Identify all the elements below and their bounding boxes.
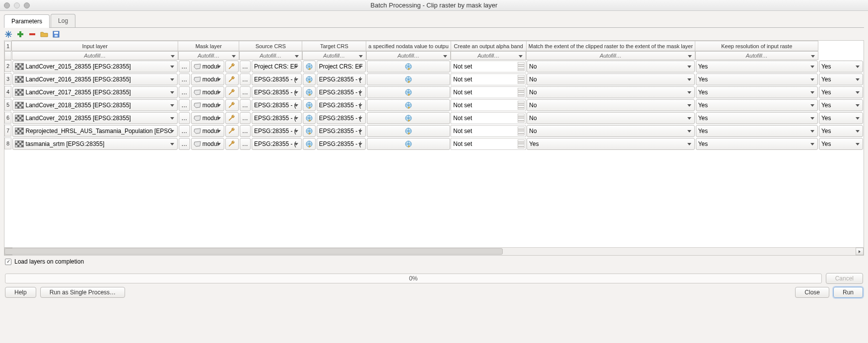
nodata-input[interactable]: Not set xyxy=(451,138,526,150)
source-crs-picker[interactable] xyxy=(303,99,316,111)
target-crs-picker[interactable] xyxy=(367,112,450,124)
keep-resolution-selector[interactable]: Yes xyxy=(819,73,863,85)
advanced-icon[interactable] xyxy=(4,30,13,39)
target-crs-selector[interactable]: Project CRS: EF xyxy=(317,61,366,72)
alpha-selector[interactable]: No xyxy=(527,73,694,85)
target-crs-selector[interactable]: EPSG:28355 - ( xyxy=(317,112,366,124)
mask-browse-button[interactable]: … xyxy=(240,73,251,85)
target-crs-selector[interactable]: EPSG:28355 - ( xyxy=(317,73,366,85)
input-layer-browse[interactable]: … xyxy=(179,99,190,111)
mask-iterate-button[interactable] xyxy=(225,73,239,85)
nodata-spinner[interactable] xyxy=(518,101,525,110)
autofill-source-crs[interactable]: Autofill… xyxy=(239,51,302,60)
nodata-spinner[interactable] xyxy=(518,75,525,84)
source-crs-picker[interactable] xyxy=(303,61,316,72)
nodata-input[interactable]: Not set xyxy=(451,112,526,124)
autofill-input[interactable]: Autofill… xyxy=(12,51,178,60)
target-crs-selector[interactable]: EPSG:28355 - ( xyxy=(317,99,366,111)
mask-layer-selector[interactable]: modul xyxy=(191,99,224,111)
nodata-input[interactable]: Not set xyxy=(451,99,526,111)
target-crs-selector[interactable]: EPSG:28355 - ( xyxy=(317,125,366,137)
input-layer-browse[interactable]: … xyxy=(179,125,190,137)
mask-browse-button[interactable]: … xyxy=(240,86,251,98)
target-crs-picker[interactable] xyxy=(367,86,450,98)
nodata-spinner[interactable] xyxy=(518,127,525,136)
input-layer-browse[interactable]: … xyxy=(179,112,190,124)
target-crs-selector[interactable]: EPSG:28355 - ( xyxy=(317,138,366,150)
match-extent-selector[interactable]: Yes xyxy=(696,99,818,111)
horizontal-scrollbar[interactable] xyxy=(4,247,864,255)
keep-resolution-selector[interactable]: Yes xyxy=(819,61,863,72)
open-icon[interactable] xyxy=(40,30,49,39)
save-icon[interactable] xyxy=(52,30,61,39)
mask-layer-selector[interactable]: modul xyxy=(191,86,224,98)
mask-layer-selector[interactable]: modul xyxy=(191,61,224,72)
input-layer-selector[interactable]: LandCover_2015_28355 [EPSG:28355] xyxy=(12,61,178,72)
col-target-crs[interactable]: Target CRS xyxy=(302,41,366,51)
nodata-spinner[interactable] xyxy=(518,114,525,123)
source-crs-selector[interactable]: EPSG:28355 - ( xyxy=(252,125,302,137)
alpha-selector[interactable]: No xyxy=(527,86,694,98)
alpha-selector[interactable]: No xyxy=(527,112,694,124)
nodata-input[interactable]: Not set xyxy=(451,86,526,98)
match-extent-selector[interactable]: Yes xyxy=(696,125,818,137)
col-match-extent[interactable]: Match the extent of the clipped raster t… xyxy=(526,41,695,51)
tab-parameters[interactable]: Parameters xyxy=(4,14,50,28)
mask-iterate-button[interactable] xyxy=(225,112,239,124)
mask-browse-button[interactable]: … xyxy=(240,99,251,111)
run-single-button[interactable]: Run as Single Process… xyxy=(40,287,125,298)
help-button[interactable]: Help xyxy=(5,287,36,298)
scroll-thumb[interactable] xyxy=(4,248,503,255)
keep-resolution-selector[interactable]: Yes xyxy=(819,125,863,137)
input-layer-selector[interactable]: LandCover_2016_28355 [EPSG:28355] xyxy=(12,73,178,85)
close-button[interactable]: Close xyxy=(795,287,829,298)
mask-layer-selector[interactable]: modul xyxy=(191,138,224,150)
input-layer-selector[interactable]: tasmania_srtm [EPSG:28355] xyxy=(12,138,178,150)
source-crs-selector[interactable]: EPSG:28355 - ( xyxy=(252,112,302,124)
match-extent-selector[interactable]: Yes xyxy=(696,61,818,72)
autofill-nodata[interactable]: Autofill… xyxy=(366,51,451,60)
mask-browse-button[interactable]: … xyxy=(240,125,251,137)
source-crs-picker[interactable] xyxy=(303,125,316,137)
mask-browse-button[interactable]: … xyxy=(240,138,251,150)
input-layer-selector[interactable]: LandCover_2018_28355 [EPSG:28355] xyxy=(12,99,178,111)
autofill-mask[interactable]: Autofill… xyxy=(178,51,239,60)
scroll-right-icon[interactable] xyxy=(856,248,864,255)
target-crs-picker[interactable] xyxy=(367,73,450,85)
mask-iterate-button[interactable] xyxy=(225,61,239,72)
nodata-spinner[interactable] xyxy=(518,62,525,71)
keep-resolution-selector[interactable]: Yes xyxy=(819,112,863,124)
input-layer-browse[interactable]: … xyxy=(179,73,190,85)
autofill-alpha[interactable]: Autofill… xyxy=(451,51,526,60)
tab-log[interactable]: Log xyxy=(51,14,75,27)
col-source-crs[interactable]: Source CRS xyxy=(239,41,302,51)
input-layer-selector[interactable]: LandCover_2019_28355 [EPSG:28355] xyxy=(12,112,178,124)
col-keep-resolution[interactable]: Keep resolution of input raste xyxy=(695,41,818,51)
nodata-spinner[interactable] xyxy=(518,139,525,148)
alpha-selector[interactable]: Yes xyxy=(527,138,694,150)
source-crs-selector[interactable]: EPSG:28355 - ( xyxy=(252,99,302,111)
keep-resolution-selector[interactable]: Yes xyxy=(819,138,863,150)
autofill-target-crs[interactable]: Autofill… xyxy=(302,51,366,60)
col-mask-layer[interactable]: Mask layer xyxy=(178,41,239,51)
mask-iterate-button[interactable] xyxy=(225,99,239,111)
mask-layer-selector[interactable]: modul xyxy=(191,125,224,137)
source-crs-picker[interactable] xyxy=(303,73,316,85)
nodata-input[interactable]: Not set xyxy=(451,61,526,72)
source-crs-selector[interactable]: EPSG:28355 - ( xyxy=(252,73,302,85)
target-crs-picker[interactable] xyxy=(367,138,450,150)
input-layer-browse[interactable]: … xyxy=(179,86,190,98)
mask-layer-selector[interactable]: modul xyxy=(191,112,224,124)
nodata-input[interactable]: Not set xyxy=(451,73,526,85)
source-crs-selector[interactable]: EPSG:28355 - ( xyxy=(252,138,302,150)
col-nodata[interactable]: a specified nodata value to outpu xyxy=(366,41,451,51)
target-crs-picker[interactable] xyxy=(367,99,450,111)
input-layer-selector[interactable]: LandCover_2017_28355 [EPSG:28355] xyxy=(12,86,178,98)
mask-browse-button[interactable]: … xyxy=(240,61,251,72)
keep-resolution-selector[interactable]: Yes xyxy=(819,86,863,98)
source-crs-selector[interactable]: EPSG:28355 - ( xyxy=(252,86,302,98)
col-input-layer[interactable]: Input layer xyxy=(12,41,178,51)
source-crs-picker[interactable] xyxy=(303,112,316,124)
match-extent-selector[interactable]: Yes xyxy=(696,112,818,124)
mask-iterate-button[interactable] xyxy=(225,125,239,137)
